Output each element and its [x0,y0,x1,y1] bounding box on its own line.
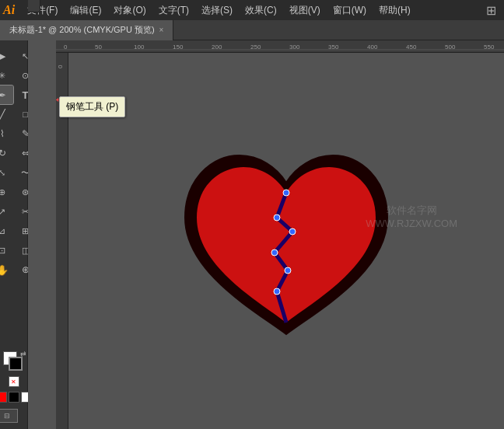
canvas-inner: 软件名字网 WWW.RJZXW.COM [68,53,504,429]
pen-tool-tooltip: 钢笔工具 (P) [59,96,125,117]
blend-icon: ⊕ [0,187,5,197]
menu-effect[interactable]: 效果(C) [239,2,283,19]
svg-text:0: 0 [57,65,64,68]
menu-bar: Ai 文件(F) 编辑(E) 对象(O) 文字(T) 选择(S) 效果(C) 视… [0,0,504,20]
eyedropper-tool[interactable]: ⊿ [0,221,13,240]
none-color-icon[interactable]: ✕ [9,376,19,387]
screen-mode-area: ⊟ [0,409,32,423]
tab-label: 未标题-1* @ 200% (CMYK/GPU 预览) [9,24,155,36]
svg-point-18 [289,228,296,235]
svg-text:50: 50 [95,44,102,51]
rect-icon: □ [23,110,28,119]
line-icon: ╱ [0,109,5,120]
document-tab[interactable]: 未标题-1* @ 200% (CMYK/GPU 预览) × [0,20,173,40]
menu-view[interactable]: 视图(V) [283,2,327,19]
rotate-tool[interactable]: ↻ [0,144,13,162]
paintbrush-icon: ⌇ [0,128,5,139]
hand-tool[interactable]: ✋ [0,260,13,279]
svg-text:450: 450 [406,44,417,51]
svg-text:300: 300 [289,44,300,51]
main-area: ▶ ↖ ✳ ⊙ ✒ T ╱ □ [0,40,504,429]
heart-artwork [162,124,411,358]
select-tool[interactable]: ▶ [0,47,13,65]
layout-icon: ⊞ [486,3,501,18]
rotate-icon: ↻ [0,148,6,159]
red-swatch[interactable] [0,392,7,403]
stroke-color[interactable] [9,357,23,371]
menu-help[interactable]: 帮助(H) [373,2,417,19]
menu-object[interactable]: 对象(O) [107,2,152,19]
svg-point-20 [285,267,291,274]
ruler-corner [28,0,40,12]
svg-text:150: 150 [173,44,184,51]
mesh-tool[interactable]: ⊡ [0,241,13,260]
eyedropper-icon: ⊿ [0,226,5,236]
svg-text:200: 200 [212,44,222,51]
svg-text:500: 500 [445,44,456,51]
black-swatch[interactable] [9,392,19,403]
scale-icon: ⤡ [0,168,5,178]
app-logo: Ai [3,3,15,17]
svg-point-17 [274,214,280,221]
magic-wand-tool[interactable]: ✳ [0,66,13,85]
blend-tool[interactable]: ⊕ [0,183,13,201]
quick-color-row [0,392,32,403]
tooltip-text: 钢笔工具 (P) [66,101,118,112]
chart-icon: ↗ [0,207,5,217]
pen-icon: ✒ [0,89,6,101]
magic-wand-icon: ✳ [0,71,5,81]
swap-colors-icon[interactable]: ⇄ [20,350,26,358]
svg-point-16 [283,190,289,196]
svg-text:100: 100 [134,44,145,51]
scale-tool[interactable]: ⤡ [0,163,13,182]
svg-text:550: 550 [484,44,495,51]
svg-text:0: 0 [64,44,68,51]
select-icon: ▶ [0,51,5,61]
svg-text:350: 350 [328,44,339,51]
pen-tool[interactable]: ✒ [0,85,13,104]
hand-icon: ✋ [0,264,9,276]
tab-close-button[interactable]: × [159,26,164,34]
svg-text:400: 400 [367,44,378,51]
chart-tool[interactable]: ↗ [0,202,13,221]
canvas-area[interactable]: 0 50 100 150 200 250 300 350 400 450 500… [28,40,504,429]
toolbar: ▶ ↖ ✳ ⊙ ✒ T ╱ □ [0,40,28,429]
tab-bar: 未标题-1* @ 200% (CMYK/GPU 预览) × [0,20,504,40]
svg-point-21 [274,288,280,295]
menu-select[interactable]: 选择(S) [195,2,239,19]
mesh-icon: ⊡ [0,246,5,256]
fill-stroke-area: ⇄ ✕ [0,351,32,387]
svg-rect-0 [56,40,504,53]
screen-mode-button[interactable]: ⊟ [0,409,18,423]
menu-window[interactable]: 窗口(W) [327,2,373,19]
menu-edit[interactable]: 编辑(E) [64,2,107,19]
menu-type[interactable]: 文字(T) [152,2,195,19]
svg-point-19 [271,249,278,256]
ruler-horizontal: 0 50 100 150 200 250 300 350 400 450 500… [56,40,504,53]
svg-text:250: 250 [250,44,261,51]
line-tool[interactable]: ╱ [0,105,13,124]
paintbrush-tool[interactable]: ⌇ [0,124,13,143]
